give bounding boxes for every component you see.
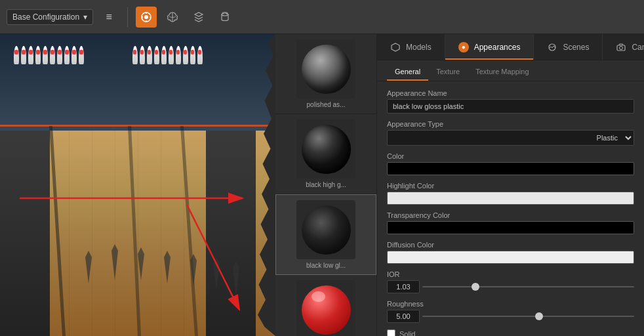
prop-color: Color	[387, 152, 634, 175]
highlight-color-swatch[interactable]	[387, 192, 634, 205]
material-thumb-red-spray	[296, 280, 355, 336]
solid-checkbox[interactable]	[387, 329, 395, 336]
tab-scenes-label: Scenes	[563, 43, 589, 52]
brain-icon[interactable]	[162, 7, 183, 28]
sub-tab-texture[interactable]: Texture	[428, 64, 468, 81]
tab-appearances-label: Appearances	[474, 43, 521, 52]
ior-track	[422, 286, 634, 287]
props-content: Appearance Name Appearance Type Plastic …	[377, 81, 644, 336]
prop-transparency-color: Transparency Color	[387, 211, 634, 234]
color-swatch[interactable]	[387, 162, 634, 175]
svg-point-24	[620, 46, 623, 49]
scenes-icon	[547, 42, 557, 52]
separator	[127, 7, 128, 27]
roughness-slider[interactable]	[422, 311, 634, 322]
roughness-row	[387, 310, 634, 323]
solid-checkbox-row: Solid	[387, 329, 634, 336]
prop-appearance-type: Appearance Type Plastic	[387, 120, 634, 146]
sub-tab-texture-mapping[interactable]: Texture Mapping	[468, 64, 536, 81]
roughness-label: Roughness	[387, 300, 634, 308]
appearance-type-select[interactable]: Plastic	[387, 130, 634, 146]
menu-icon[interactable]: ≡	[98, 7, 119, 28]
prop-diffusion-color: Diffusion Color	[387, 241, 634, 264]
material-label-black-low: black low gl...	[281, 262, 371, 269]
material-item-black-high[interactable]: black high g...	[275, 114, 376, 194]
appearance-name-input[interactable]	[387, 99, 634, 114]
material-thumb-black-low	[296, 200, 355, 259]
sub-tabs: General Texture Texture Mapping	[377, 60, 644, 81]
gutter-right	[206, 131, 256, 336]
lane-accent	[0, 125, 275, 127]
tab-cameras-label: Cameras	[632, 43, 644, 52]
material-item-red-spray[interactable]: red spray p...	[275, 275, 376, 336]
diffusion-swatch[interactable]	[387, 251, 634, 264]
bucket-icon[interactable]	[214, 7, 235, 28]
solid-label: Solid	[399, 330, 415, 337]
properties-panel: Models ● Appearances Scenes	[377, 34, 644, 336]
ior-row	[387, 280, 634, 293]
config-dropdown[interactable]: Base Configuration ▾	[7, 9, 93, 25]
ior-slider[interactable]	[422, 282, 634, 292]
tab-cameras[interactable]: Cameras	[603, 34, 644, 60]
pins-right	[132, 46, 203, 64]
models-icon	[390, 42, 401, 52]
viewport	[0, 34, 275, 336]
material-thumb-polished	[296, 39, 355, 98]
materials-panel: polished as... black high g... bla	[275, 34, 377, 336]
ior-thumb[interactable]	[472, 283, 479, 291]
panel-nav: Models ● Appearances Scenes	[377, 34, 644, 60]
materials-scroll[interactable]: polished as... black high g... bla	[275, 34, 376, 336]
sub-tab-general[interactable]: General	[387, 64, 428, 81]
ior-input[interactable]	[387, 280, 420, 293]
roughness-thumb[interactable]	[535, 312, 543, 320]
transparency-swatch[interactable]	[387, 221, 634, 234]
dropdown-arrow: ▾	[83, 12, 87, 22]
appearance-type-label: Appearance Type	[387, 120, 634, 128]
config-label: Base Configuration	[12, 12, 79, 22]
ior-label: IOR	[387, 270, 634, 278]
tab-models-label: Models	[406, 43, 432, 52]
roughness-input[interactable]	[387, 310, 420, 323]
tab-scenes[interactable]: Scenes	[534, 34, 603, 60]
appearances-icon: ●	[458, 42, 469, 52]
tab-models[interactable]: Models	[377, 34, 445, 60]
prop-roughness: Roughness	[387, 300, 634, 323]
pins-left	[14, 46, 84, 64]
toolbar: Base Configuration ▾ ≡	[0, 0, 644, 34]
material-item-polished[interactable]: polished as...	[275, 34, 376, 114]
diffusion-label: Diffusion Color	[387, 241, 634, 249]
gutter-left	[0, 131, 50, 336]
prop-appearance-name: Appearance Name	[387, 89, 634, 114]
prop-highlight-color: Highlight Color	[387, 182, 634, 205]
main-content: polished as... black high g... bla	[0, 34, 644, 336]
appearance-name-label: Appearance Name	[387, 89, 634, 97]
cameras-icon	[616, 42, 626, 52]
material-item-black-low[interactable]: black low gl...	[275, 194, 376, 275]
tab-appearances[interactable]: ● Appearances	[445, 34, 534, 60]
layers-icon[interactable]	[188, 7, 209, 28]
material-label-black-high: black high g...	[281, 181, 371, 188]
transparency-label: Transparency Color	[387, 211, 634, 219]
roughness-track	[422, 316, 634, 317]
highlight-color-label: Highlight Color	[387, 182, 634, 190]
material-thumb-black-high	[296, 119, 355, 178]
svg-point-1	[144, 15, 148, 19]
prop-ior: IOR	[387, 270, 634, 293]
home-icon[interactable]	[136, 7, 157, 28]
color-label: Color	[387, 152, 634, 160]
material-label-polished: polished as...	[281, 101, 371, 108]
